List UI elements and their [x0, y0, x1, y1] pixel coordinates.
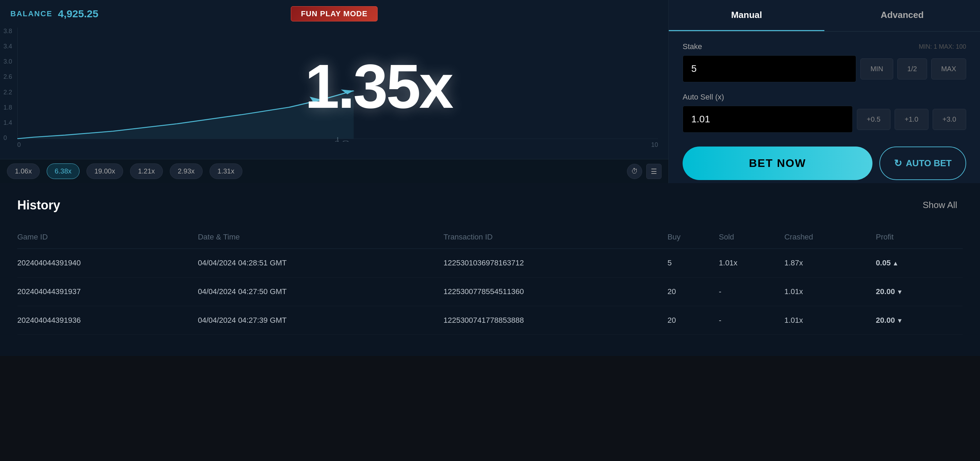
- chart-header: BALANCE 4,925.25 FUN PLAY MODE: [0, 0, 668, 28]
- stake-constraints: MIN: 1 MAX: 100: [919, 43, 966, 51]
- auto-sell-btn-1[interactable]: +0.5: [857, 109, 891, 130]
- cell-date-time: 04/04/2024 04:27:39 GMT: [198, 306, 443, 335]
- table-row: 202404044391937 04/04/2024 04:27:50 GMT …: [17, 277, 963, 306]
- stake-input[interactable]: [682, 55, 856, 82]
- col-buy: Buy: [667, 227, 719, 249]
- cell-transaction-id: 1225300741778853888: [443, 306, 667, 335]
- table-row: 202404044391936 04/04/2024 04:27:39 GMT …: [17, 306, 963, 335]
- history-controls: ⏱ ☰: [627, 164, 662, 179]
- chart-panel: BALANCE 4,925.25 FUN PLAY MODE 1.35x 3.8…: [0, 0, 669, 183]
- stake-half-button[interactable]: 1/2: [897, 59, 927, 79]
- history-title: History: [17, 198, 60, 212]
- tab-manual[interactable]: Manual: [669, 0, 824, 31]
- stake-max-button[interactable]: MAX: [931, 59, 966, 79]
- multiplier-badge-6[interactable]: 1.31x: [210, 163, 242, 179]
- cell-sold: 1.01x: [719, 249, 784, 277]
- cell-date-time: 04/04/2024 04:28:51 GMT: [198, 249, 443, 277]
- history-table: Game ID Date & Time Transaction ID Buy S…: [17, 227, 963, 335]
- cell-buy: 20: [667, 277, 719, 306]
- y-axis: 3.8 3.4 3.0 2.6 2.2 1.8 1.4 0: [3, 28, 12, 142]
- auto-bet-button[interactable]: ↻ AUTO BET: [879, 147, 966, 180]
- cell-date-time: 04/04/2024 04:27:50 GMT: [198, 277, 443, 306]
- cell-profit: 20.00: [876, 277, 963, 306]
- history-header: History Show All: [17, 197, 963, 213]
- stake-group: Stake MIN: 1 MAX: 100 MIN 1/2 MAX: [682, 42, 966, 82]
- multiplier-badge-3[interactable]: 19.00x: [86, 163, 123, 179]
- action-row: BET NOW ↻ AUTO BET: [682, 147, 966, 180]
- x-axis: 0 10: [17, 141, 658, 149]
- cell-transaction-id: 1225301036978163712: [443, 249, 667, 277]
- multiplier-badge-2[interactable]: 6.38x: [47, 163, 80, 179]
- show-all-button[interactable]: Show All: [917, 197, 963, 213]
- cell-buy: 20: [667, 306, 719, 335]
- clock-icon[interactable]: ⏱: [627, 164, 642, 179]
- cell-crashed: 1.01x: [784, 306, 876, 335]
- cell-transaction-id: 1225300778554511360: [443, 277, 667, 306]
- chart-area: 1.35x 3.8 3.4 3.0 2.6 2.2 1.8 1.4 0 10: [0, 28, 668, 159]
- stake-min-button[interactable]: MIN: [860, 59, 893, 79]
- multiplier-badge-5[interactable]: 2.93x: [170, 163, 203, 179]
- cell-buy: 5: [667, 249, 719, 277]
- auto-sell-input[interactable]: [682, 106, 853, 133]
- balance-display: BALANCE 4,925.25: [10, 8, 98, 20]
- col-date-time: Date & Time: [198, 227, 443, 249]
- auto-sell-input-row: +0.5 +1.0 +3.0: [682, 106, 966, 133]
- tab-advanced[interactable]: Advanced: [824, 0, 980, 31]
- chart-footer: 1.06x 6.38x 19.00x 1.21x 2.93x 1.31x ⏱ ☰: [0, 159, 668, 183]
- refresh-icon: ↻: [894, 158, 902, 169]
- cell-game-id: 202404044391936: [17, 306, 198, 335]
- stake-header: Stake MIN: 1 MAX: 100: [682, 42, 966, 51]
- control-body: Stake MIN: 1 MAX: 100 MIN 1/2 MAX Auto S…: [669, 32, 980, 190]
- cell-profit: 0.05: [876, 249, 963, 277]
- tab-bar: Manual Advanced: [669, 0, 980, 32]
- auto-bet-label: AUTO BET: [906, 158, 951, 169]
- col-game-id: Game ID: [17, 227, 198, 249]
- fun-play-button[interactable]: FUN PLAY MODE: [291, 6, 378, 21]
- cell-crashed: 1.01x: [784, 277, 876, 306]
- col-crashed: Crashed: [784, 227, 876, 249]
- auto-sell-btn-2[interactable]: +1.0: [894, 109, 928, 130]
- col-transaction-id: Transaction ID: [443, 227, 667, 249]
- control-panel: Manual Advanced Stake MIN: 1 MAX: 100 MI…: [669, 0, 980, 183]
- auto-sell-header: Auto Sell (x): [682, 93, 966, 101]
- col-sold: Sold: [719, 227, 784, 249]
- stake-label: Stake: [682, 42, 702, 51]
- multiplier-badge-4[interactable]: 1.21x: [130, 163, 163, 179]
- table-row: 202404044391940 04/04/2024 04:28:51 GMT …: [17, 249, 963, 277]
- cell-profit: 20.00: [876, 306, 963, 335]
- table-header-row: Game ID Date & Time Transaction ID Buy S…: [17, 227, 963, 249]
- balance-label: BALANCE: [10, 10, 52, 18]
- auto-sell-label: Auto Sell (x): [682, 93, 724, 101]
- history-section: History Show All Game ID Date & Time Tra…: [0, 183, 980, 356]
- col-profit: Profit: [876, 227, 963, 249]
- cell-sold: -: [719, 277, 784, 306]
- cell-crashed: 1.87x: [784, 249, 876, 277]
- balance-value: 4,925.25: [58, 8, 99, 20]
- auto-sell-group: Auto Sell (x) +0.5 +1.0 +3.0: [682, 93, 966, 133]
- cell-sold: -: [719, 306, 784, 335]
- auto-sell-btn-3[interactable]: +3.0: [932, 109, 966, 130]
- stake-input-row: MIN 1/2 MAX: [682, 55, 966, 82]
- multiplier-badge-1[interactable]: 1.06x: [7, 163, 40, 179]
- cell-game-id: 202404044391937: [17, 277, 198, 306]
- current-multiplier: 1.35x: [305, 51, 452, 122]
- bet-now-button[interactable]: BET NOW: [682, 147, 872, 180]
- cell-game-id: 202404044391940: [17, 249, 198, 277]
- list-icon[interactable]: ☰: [646, 164, 662, 179]
